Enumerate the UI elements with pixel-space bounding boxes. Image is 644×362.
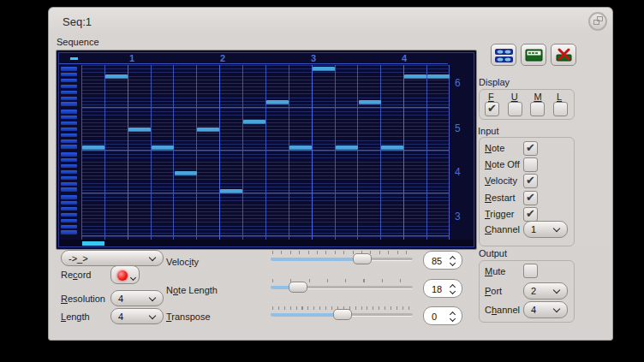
octave-label: 5 bbox=[455, 122, 461, 134]
display-option-label: M bbox=[534, 92, 541, 102]
output-channel-label: Channel bbox=[485, 305, 520, 315]
display-option-label: F bbox=[488, 92, 494, 102]
piano-key bbox=[61, 122, 77, 126]
chevron-down-icon bbox=[149, 312, 156, 319]
sequence-note[interactable] bbox=[359, 100, 381, 104]
piano-key bbox=[61, 139, 77, 144]
note-grid[interactable] bbox=[81, 65, 450, 240]
piano-key bbox=[61, 219, 77, 223]
sequence-note[interactable] bbox=[152, 145, 174, 150]
beat-line bbox=[312, 65, 313, 240]
transpose-spinbox[interactable]: 0 bbox=[423, 306, 462, 325]
output-channel-value: 4 bbox=[531, 305, 536, 315]
rename-sequence-icon bbox=[525, 48, 544, 63]
record-button[interactable] bbox=[110, 265, 140, 284]
beat-line bbox=[403, 65, 404, 240]
note-length-spinbox[interactable]: 18 bbox=[423, 279, 462, 298]
rename-sequence-button[interactable] bbox=[521, 44, 546, 66]
sequence-note[interactable] bbox=[128, 128, 151, 132]
output-port-combo[interactable]: 2 bbox=[523, 282, 568, 300]
spin-down-icon[interactable] bbox=[450, 260, 456, 266]
input-option-checkbox[interactable] bbox=[523, 157, 538, 172]
sequence-note[interactable] bbox=[289, 145, 312, 150]
chevron-down-icon bbox=[553, 306, 560, 312]
output-port-value: 2 bbox=[531, 286, 536, 296]
sequence-note[interactable] bbox=[175, 171, 197, 175]
velocity-label: Velocity bbox=[166, 257, 199, 267]
length-value: 4 bbox=[118, 312, 123, 322]
sequence-section-label: Sequence bbox=[57, 37, 99, 47]
mute-checkbox[interactable] bbox=[523, 264, 538, 278]
velocity-spinbox[interactable]: 85 bbox=[423, 251, 462, 270]
input-option-checkbox[interactable]: ✔ bbox=[523, 141, 538, 156]
input-option-checkbox[interactable]: ✔ bbox=[523, 191, 538, 205]
ruler-beat-number: 3 bbox=[311, 53, 316, 63]
chevron-down-icon bbox=[130, 275, 136, 281]
delete-sequence-button[interactable] bbox=[551, 44, 576, 66]
velocity-slider[interactable] bbox=[271, 258, 413, 261]
input-option-label: Velocity bbox=[485, 175, 517, 186]
note-length-slider[interactable] bbox=[271, 286, 413, 289]
octave-line bbox=[81, 235, 449, 236]
spin-down-icon[interactable] bbox=[450, 316, 456, 322]
sequence-note[interactable] bbox=[243, 120, 265, 124]
sequence-note[interactable] bbox=[197, 128, 219, 132]
float-window-button[interactable] bbox=[588, 12, 607, 31]
transpose-slider-fill bbox=[271, 313, 343, 317]
checkmark-icon: ✔ bbox=[526, 141, 535, 154]
output-channel-combo[interactable]: 4 bbox=[523, 301, 568, 318]
display-option-checkbox[interactable] bbox=[553, 102, 568, 116]
transpose-slider[interactable] bbox=[271, 313, 413, 317]
piano-key bbox=[61, 91, 77, 95]
chevron-down-icon bbox=[149, 294, 156, 301]
resolution-value: 4 bbox=[118, 294, 123, 304]
input-channel-combo[interactable]: 1 bbox=[523, 221, 568, 238]
wave-mode-combo[interactable]: ->_> bbox=[61, 250, 164, 266]
restore-icon bbox=[597, 16, 603, 21]
ruler-beat-number: 2 bbox=[220, 53, 225, 63]
display-option-checkbox[interactable]: ✔ bbox=[485, 102, 499, 116]
piano-key bbox=[61, 207, 77, 211]
piano-key bbox=[61, 182, 77, 187]
sequence-note[interactable] bbox=[427, 74, 450, 79]
sequence-display[interactable]: 1234 6543 bbox=[56, 50, 477, 250]
transpose-slider-handle[interactable] bbox=[333, 309, 352, 320]
spin-down-icon[interactable] bbox=[450, 288, 456, 294]
piano-key bbox=[61, 152, 77, 157]
piano-key bbox=[61, 116, 77, 120]
sequence-note[interactable] bbox=[313, 67, 335, 71]
wave-mode-value: ->_> bbox=[69, 253, 88, 264]
sequence-display-inner: 1234 6543 bbox=[59, 53, 474, 246]
input-option-checkbox[interactable]: ✔ bbox=[523, 174, 538, 188]
transpose-label: Transpose bbox=[166, 312, 211, 322]
beat-ruler: 1234 bbox=[59, 53, 448, 64]
piano-key bbox=[61, 213, 77, 217]
piano-key bbox=[61, 170, 77, 175]
octave-line bbox=[81, 193, 449, 193]
piano-key bbox=[61, 187, 77, 192]
display-option-checkbox[interactable] bbox=[508, 102, 522, 116]
sequence-note[interactable] bbox=[82, 145, 104, 150]
duplicate-sequence-button[interactable] bbox=[491, 44, 516, 66]
title-bar[interactable]: Seq:1 bbox=[49, 8, 612, 33]
piano-key bbox=[61, 164, 77, 169]
sequence-note[interactable] bbox=[336, 145, 358, 150]
length-combo[interactable]: 4 bbox=[110, 308, 164, 324]
input-option-checkbox[interactable]: ✔ bbox=[523, 207, 538, 222]
sequence-note[interactable] bbox=[381, 145, 403, 150]
piano-key bbox=[61, 225, 77, 229]
sequence-note[interactable] bbox=[404, 74, 426, 79]
velocity-slider-fill bbox=[271, 258, 362, 261]
piano-key bbox=[61, 201, 77, 205]
resolution-combo[interactable]: 4 bbox=[110, 290, 164, 306]
piano-key bbox=[61, 134, 77, 138]
sequence-note[interactable] bbox=[105, 74, 128, 79]
sequence-note[interactable] bbox=[266, 100, 289, 104]
beat-line bbox=[219, 65, 220, 240]
note-length-slider-handle[interactable] bbox=[289, 282, 307, 293]
sequence-note[interactable] bbox=[220, 189, 242, 193]
velocity-slider-handle[interactable] bbox=[353, 253, 372, 264]
display-option-label: U bbox=[511, 92, 518, 102]
display-option-checkbox[interactable] bbox=[530, 102, 545, 116]
loop-marker bbox=[70, 57, 78, 60]
